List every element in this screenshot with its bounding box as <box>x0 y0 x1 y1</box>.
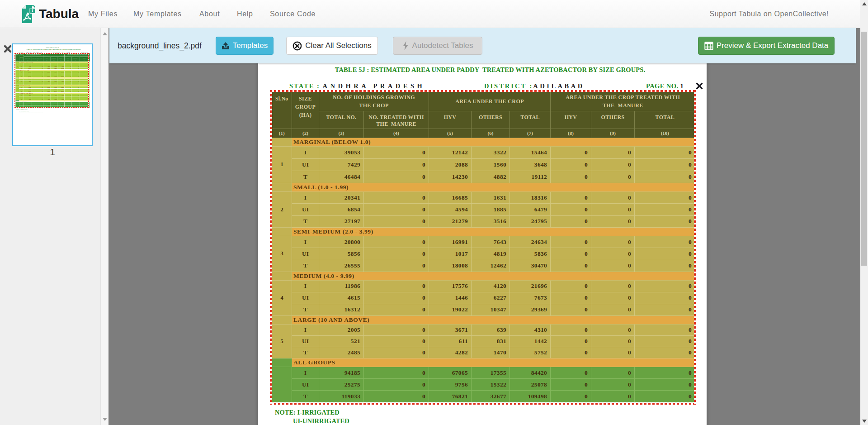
selection-edge-top[interactable] <box>270 90 696 92</box>
table-selection[interactable] <box>270 90 696 405</box>
nav-my-templates[interactable]: My Templates <box>133 0 182 28</box>
selection-close-icon[interactable] <box>695 82 703 90</box>
page-thumbnail[interactable]: INPUT SURVEY, 1991-92 TABLE 5J : ESTIMAT… <box>12 43 93 146</box>
sidebar-scrollbar[interactable] <box>100 28 108 425</box>
selection-edge-right[interactable] <box>694 90 696 405</box>
document-page-no: PAGE NO. 1 <box>646 82 684 90</box>
support-link[interactable]: Support Tabula on OpenCollective! <box>710 0 829 28</box>
window-scrollbar[interactable] <box>860 0 868 425</box>
scroll-down-icon[interactable] <box>103 418 107 421</box>
scroll-up-icon[interactable] <box>862 2 867 5</box>
nav-my-files[interactable]: My Files <box>88 0 118 28</box>
autodetect-tables-label: Autodetect Tables <box>412 41 473 50</box>
brand-link[interactable]: Tabula <box>21 5 79 24</box>
selection-edge-left[interactable] <box>270 90 272 405</box>
templates-button[interactable]: Templates <box>216 37 274 55</box>
sidebar: INPUT SURVEY, 1991-92 TABLE 5J : ESTIMAT… <box>0 28 108 425</box>
thumb-selection-edge-left <box>14 53 15 108</box>
clear-all-selections-label: Clear All Selections <box>305 41 371 50</box>
page-number-label: 1 <box>12 147 93 158</box>
preview-export-label: Preview & Export Extracted Data <box>717 41 829 50</box>
clear-all-selections-button[interactable]: Clear All Selections <box>286 37 378 55</box>
document-note-1: NOTE: I-IRRIGATED <box>275 409 340 416</box>
brand-name: Tabula <box>39 7 79 21</box>
preview-export-button[interactable]: Preview & Export Extracted Data <box>698 37 835 55</box>
remove-page-icon[interactable] <box>3 44 12 53</box>
nav-source-code[interactable]: Source Code <box>270 0 316 28</box>
toolbar: background_lines_2.pdf Templates <box>109 28 856 63</box>
nav-help[interactable]: Help <box>237 0 253 28</box>
nav-about[interactable]: About <box>199 0 220 28</box>
templates-label: Templates <box>233 41 268 50</box>
import-icon <box>222 42 230 50</box>
circle-x-icon <box>292 41 302 51</box>
scroll-down-icon[interactable] <box>862 420 867 423</box>
thumb-selection-edge-right <box>88 53 89 108</box>
tabula-app: Tabula My Files My Templates About Help … <box>0 0 868 425</box>
filename: background_lines_2.pdf <box>118 28 202 63</box>
table-icon <box>704 42 713 50</box>
document-note-2: UI-UNIRRIGATED <box>293 417 349 425</box>
lightning-icon <box>402 41 409 50</box>
navbar: Tabula My Files My Templates About Help … <box>0 0 868 28</box>
document-title: TABLE 5J : ESTIMATED AREA UNDER PADDY TR… <box>274 66 707 74</box>
document-district: DISTRICT :ADILABAD <box>484 82 585 90</box>
selection-edge-bottom[interactable] <box>270 403 696 405</box>
thumb-selection-edge-top <box>14 53 89 54</box>
scrollbar-thumb[interactable] <box>861 32 867 266</box>
autodetect-tables-button[interactable]: Autodetect Tables <box>393 37 482 55</box>
pdf-page[interactable]: INPUT SURVEY, 1991-92 TABLE 5J : ESTIMAT… <box>258 40 707 425</box>
thumb-selection-edge-bottom <box>14 107 89 108</box>
main-area: INPUT SURVEY, 1991-92 TABLE 5J : ESTIMAT… <box>108 28 860 425</box>
scroll-up-icon[interactable] <box>103 32 107 35</box>
thumbnail-selection <box>14 53 89 108</box>
tabula-pdf-logo-icon <box>21 5 36 24</box>
document-state: STATE : ANDHRA PRADESH <box>289 82 425 90</box>
